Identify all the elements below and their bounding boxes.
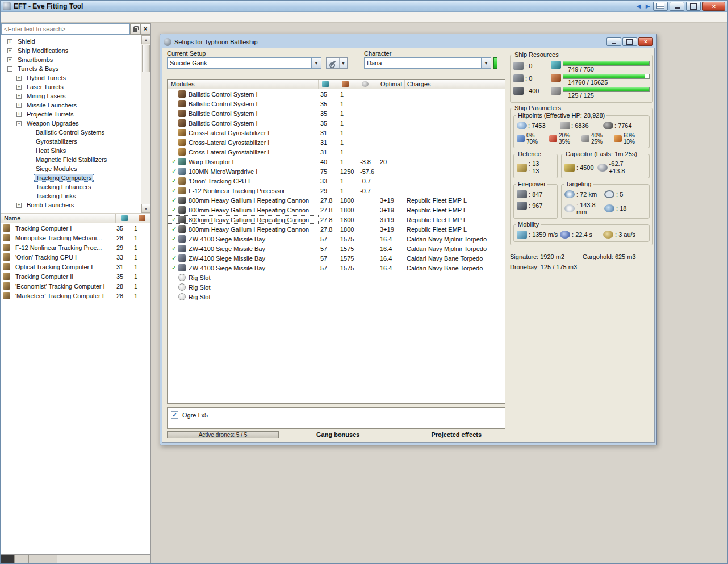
tree-item[interactable]: + Shield (1, 37, 141, 46)
module-row[interactable]: ✓ Ballistic Control System I 35 1 (168, 108, 505, 118)
module-row[interactable]: ✓ Ballistic Control System I 35 1 (168, 118, 505, 128)
market-item-row[interactable]: 'Orion' Tracking CPU I 33 1 (1, 252, 150, 262)
window-titlebar[interactable]: EFT - Eve Fitting Tool ◀ ▶ × (1, 1, 727, 12)
module-row[interactable]: ✓ 100MN MicroWarpdrive I 75 1250 -57.6 (168, 166, 505, 176)
nav-forward-icon[interactable]: ▶ (644, 3, 651, 9)
item-list-header[interactable]: Name (1, 213, 150, 223)
tree-toggle-icon[interactable]: + (16, 112, 22, 117)
tree-item[interactable]: + Projectile Turrets (1, 110, 141, 119)
module-row[interactable]: ✓ Cross-Lateral Gyrostabilizer I 31 1 (168, 147, 505, 157)
market-item-row[interactable]: Tracking Computer II 35 1 (1, 271, 150, 281)
tree-toggle-icon[interactable]: + (7, 48, 12, 53)
nav-back-icon[interactable]: ◀ (635, 3, 642, 9)
scroll-down-icon[interactable] (141, 204, 150, 213)
setup-window-titlebar[interactable]: Setups for Typhoon Battleship (162, 36, 655, 48)
setup-minimize-button[interactable] (606, 37, 621, 46)
setup-tools-button[interactable] (326, 57, 348, 69)
tree-item[interactable]: Siege Modules (1, 164, 141, 173)
current-setup-select[interactable]: Suicide Gank (167, 57, 321, 69)
drone-row[interactable]: Ogre I x5 (171, 411, 505, 419)
menu-item[interactable] (11, 16, 20, 18)
module-row[interactable]: ✓ 'Orion' Tracking CPU I 33 1 -0.7 (168, 176, 505, 186)
market-item-row[interactable]: F-12 Nonlinear Tracking Proc... 29 1 (1, 243, 150, 252)
tree-toggle-icon[interactable]: + (16, 85, 22, 90)
tree-toggle-icon[interactable]: + (16, 94, 22, 99)
module-row[interactable]: ✓ 800mm Heavy Gallium I Repeating Cannon… (168, 224, 505, 234)
tree-item[interactable]: + Laser Turrets (1, 82, 141, 91)
tree-item[interactable]: + Ship Modifications (1, 46, 141, 55)
modules-table-header[interactable]: Modules Optimal Charges (168, 80, 505, 89)
name-column-header[interactable]: Name (1, 215, 115, 222)
browser-tab[interactable] (43, 555, 57, 563)
market-item-row[interactable]: Optical Tracking Computer I 31 1 (1, 262, 150, 271)
tools-dropdown-icon[interactable] (339, 58, 347, 68)
tree-item[interactable]: + Hybrid Turrets (1, 73, 141, 82)
market-item-row[interactable]: Monopulse Tracking Mechani... 28 1 (1, 233, 150, 243)
module-row[interactable]: ✓ Rig Slot (168, 292, 505, 302)
search-input[interactable] (1, 23, 130, 35)
gang-bonuses-toggle[interactable]: Gang bonuses (316, 431, 359, 438)
module-row[interactable]: ✓ 800mm Heavy Gallium I Repeating Cannon… (168, 215, 505, 224)
scroll-up-icon[interactable] (141, 35, 150, 44)
module-row[interactable]: ✓ Ballistic Control System I 35 1 (168, 99, 505, 108)
browser-tab[interactable] (15, 555, 29, 563)
tree-item[interactable]: - Weapon Upgrades (1, 119, 141, 128)
market-item-row[interactable]: 'Economist' Tracking Computer I 28 1 (1, 281, 150, 291)
cpu-column-header[interactable] (115, 214, 133, 223)
powergrid-column-header[interactable] (338, 80, 358, 89)
market-item-row[interactable]: 'Marketeer' Tracking Computer I 28 1 (1, 291, 150, 300)
tree-item[interactable]: + Missile Launchers (1, 101, 141, 110)
market-item-row[interactable]: Tracking Computer I 35 1 (1, 223, 150, 233)
tree-toggle-icon[interactable]: + (7, 57, 12, 62)
capacitor-column-header[interactable] (358, 80, 378, 89)
tree-item[interactable]: Tracking Links (1, 191, 141, 200)
browser-tab[interactable] (29, 555, 43, 563)
wrench-icon[interactable] (327, 58, 339, 68)
module-row[interactable]: ✓ ZW-4100 Siege Missile Bay 57 1575 16.4… (168, 253, 505, 263)
charges-column-header[interactable]: Charges (404, 80, 505, 89)
menu-item[interactable] (29, 16, 38, 18)
character-select[interactable]: Dana (364, 57, 491, 69)
browser-tab[interactable] (1, 555, 15, 563)
tree-toggle-icon[interactable]: + (16, 76, 22, 81)
tree-item[interactable]: Ballistic Control Systems (1, 128, 141, 137)
setup-maximize-button[interactable] (622, 37, 637, 46)
tree-item[interactable]: Tracking Enhancers (1, 182, 141, 191)
chevron-down-icon[interactable] (481, 58, 491, 68)
minimize-button[interactable] (670, 2, 684, 11)
module-row[interactable]: ✓ 800mm Heavy Gallium I Repeating Cannon… (168, 205, 505, 215)
optimal-column-header[interactable]: Optimal (378, 80, 404, 89)
tree-item[interactable]: Heat Sinks (1, 146, 141, 155)
tree-item[interactable]: - Turrets & Bays (1, 64, 141, 73)
tree-toggle-icon[interactable]: - (7, 66, 12, 72)
setup-close-button[interactable] (638, 37, 653, 46)
tree-item[interactable]: + Bomb Launchers (1, 200, 141, 210)
powergrid-column-header[interactable] (133, 214, 150, 223)
scroll-track[interactable] (141, 44, 150, 204)
module-row[interactable]: ✓ Rig Slot (168, 273, 505, 282)
menu-item[interactable] (2, 16, 11, 18)
tree-toggle-icon[interactable]: - (16, 121, 22, 126)
menu-item[interactable] (20, 16, 29, 18)
tree-item[interactable]: Tracking Computers (1, 173, 141, 182)
module-row[interactable]: ✓ ZW-4100 Siege Missile Bay 57 1575 16.4… (168, 263, 505, 273)
cpu-column-header[interactable] (318, 80, 338, 89)
module-row[interactable]: ✓ ZW-4100 Siege Missile Bay 57 1575 16.4… (168, 234, 505, 244)
projected-effects-toggle[interactable]: Projected effects (431, 431, 482, 438)
tree-toggle-icon[interactable]: + (7, 39, 12, 44)
tree-item[interactable]: + Mining Lasers (1, 91, 141, 101)
tree-toggle-icon[interactable]: + (16, 103, 22, 108)
tree-scrollbar[interactable] (141, 35, 150, 213)
scroll-thumb[interactable] (142, 45, 150, 72)
tree-item[interactable]: Gyrostabilizers (1, 137, 141, 146)
module-row[interactable]: ✓ Rig Slot (168, 282, 505, 292)
module-row[interactable]: ✓ ZW-4100 Siege Missile Bay 57 1575 16.4… (168, 244, 505, 253)
module-row[interactable]: ✓ 800mm Heavy Gallium I Repeating Cannon… (168, 195, 505, 205)
tree-item[interactable]: + Smartbombs (1, 55, 141, 64)
report-button[interactable] (653, 2, 668, 11)
module-row[interactable]: ✓ F-12 Nonlinear Tracking Processor 29 1… (168, 186, 505, 195)
modules-column-header[interactable]: Modules (168, 81, 318, 87)
maximize-button[interactable] (686, 2, 701, 11)
clear-search-button[interactable] (140, 23, 150, 35)
close-button[interactable]: × (702, 2, 725, 11)
